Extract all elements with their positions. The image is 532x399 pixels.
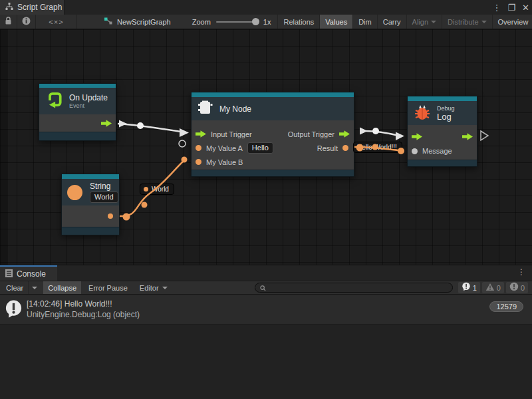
error-count-toggle[interactable]: 0 xyxy=(506,282,528,293)
wire-value-bubble-world: World xyxy=(140,184,174,195)
chevron-down-icon xyxy=(481,21,487,23)
chevron-down-icon xyxy=(431,21,436,23)
value-b-port[interactable] xyxy=(196,159,201,165)
node-footer xyxy=(62,227,119,235)
lock-button[interactable] xyxy=(0,15,17,29)
wire-start-cap xyxy=(119,120,127,128)
flow-droplet xyxy=(123,213,130,221)
console-empty-area[interactable] xyxy=(0,325,532,399)
tab-script-graph[interactable]: Script Graph xyxy=(0,0,65,15)
overview-button[interactable]: Overview xyxy=(492,15,532,29)
bug-icon xyxy=(414,103,431,124)
node-category: Debug xyxy=(437,105,455,112)
unconnected-port-marker xyxy=(179,140,186,147)
node-footer xyxy=(408,160,477,166)
console-toolbar: Clear Collapse Error Pause Editor 1 xyxy=(0,281,532,295)
node-header[interactable]: On Update Event xyxy=(39,88,116,114)
node-body xyxy=(39,114,116,132)
search-input[interactable] xyxy=(269,284,448,291)
message-port[interactable] xyxy=(412,148,418,154)
port-label: Message xyxy=(422,147,452,155)
graph-reference-button[interactable]: NewScriptGraph xyxy=(104,16,171,28)
clear-dropdown[interactable] xyxy=(28,281,41,294)
unity-script-graph-window: Script Graph ⋮ ❐ ✕ <×> NewScriptGraph xyxy=(0,0,532,399)
string-output-port[interactable] xyxy=(108,213,113,219)
align-dropdown[interactable]: Align xyxy=(406,15,442,29)
debug-input-trigger-port[interactable] xyxy=(412,133,422,140)
log-entry[interactable]: [14:02:46] Hello World!!! UnityEngine.De… xyxy=(0,295,532,325)
node-title: On Update xyxy=(69,93,108,102)
editor-dropdown[interactable]: Editor xyxy=(135,281,172,294)
graph-toolbar: <×> NewScriptGraph Zoom 1x Relations Val… xyxy=(0,15,532,29)
node-debug-log[interactable]: Debug Log Message xyxy=(407,96,477,167)
debug-output-trigger-port[interactable] xyxy=(462,133,473,140)
wire-value-bubble-hello-world: Hello World!!! xyxy=(353,142,402,153)
error-icon xyxy=(509,282,519,294)
zoom-slider-handle[interactable] xyxy=(252,18,259,25)
node-header[interactable]: Debug Log xyxy=(408,101,477,125)
clear-button[interactable]: Clear xyxy=(1,281,28,294)
wire-arrowhead xyxy=(180,128,189,137)
node-my-node[interactable]: My Node Input Trigger Output Trigger xyxy=(191,92,354,177)
graph-canvas[interactable]: On Update Event My Node xyxy=(0,29,532,265)
port-label: My Value A xyxy=(206,144,243,152)
info-count-toggle[interactable]: 1 xyxy=(458,282,480,293)
input-trigger-port[interactable] xyxy=(196,130,206,138)
zoom-slider[interactable] xyxy=(216,21,257,23)
carry-button[interactable]: Carry xyxy=(377,15,406,29)
port-label: My Value B xyxy=(206,158,243,166)
script-graph-asset-icon xyxy=(104,16,113,28)
search-icon xyxy=(260,282,266,294)
title-bar: Script Graph ⋮ ❐ ✕ xyxy=(0,0,532,15)
collapse-button[interactable]: Collapse xyxy=(43,281,81,294)
node-header[interactable]: My Node xyxy=(192,97,354,120)
flow-droplet xyxy=(142,202,148,208)
error-pause-button[interactable]: Error Pause xyxy=(84,281,132,294)
view-source-button[interactable]: <×> xyxy=(36,15,77,29)
node-header[interactable]: String World xyxy=(62,179,119,205)
port-label: Output Trigger xyxy=(288,130,334,138)
maximize-icon[interactable]: ❐ xyxy=(507,3,515,13)
output-trigger-port[interactable] xyxy=(339,130,350,138)
tab-console[interactable]: Console xyxy=(0,267,57,281)
node-body xyxy=(62,205,119,227)
node-title: String xyxy=(90,182,110,191)
info-icon xyxy=(22,16,31,28)
value-a-field[interactable]: Hello xyxy=(247,142,273,154)
warning-count-toggle[interactable]: 0 xyxy=(482,282,504,293)
close-icon[interactable]: ✕ xyxy=(522,3,529,13)
console-search[interactable] xyxy=(255,283,453,293)
node-title: My Node xyxy=(219,104,251,114)
node-accent-bar xyxy=(192,92,354,97)
value-a-port[interactable] xyxy=(196,145,201,151)
node-footer xyxy=(192,170,354,176)
result-port[interactable] xyxy=(342,145,348,151)
node-subtitle: Event xyxy=(69,102,108,109)
node-title: Log xyxy=(437,112,455,122)
node-on-update-event[interactable]: On Update Event xyxy=(39,83,116,141)
dim-button[interactable]: Dim xyxy=(352,15,377,29)
graph-hierarchy-icon xyxy=(5,1,13,13)
flow-droplet-icon xyxy=(144,187,148,192)
lock-icon xyxy=(5,16,12,28)
wire-start-cap xyxy=(360,128,368,135)
log-message: [14:02:46] Hello World!!! xyxy=(27,299,140,309)
node-accent-bar xyxy=(408,96,477,101)
trigger-output-port[interactable] xyxy=(101,120,112,127)
zoom-label: Zoom xyxy=(192,18,211,26)
node-body: Message xyxy=(408,125,477,160)
relations-button[interactable]: Relations xyxy=(277,15,319,29)
values-button[interactable]: Values xyxy=(319,15,352,29)
info-button[interactable] xyxy=(17,15,36,29)
update-loop-icon xyxy=(45,91,63,111)
collapse-count-badge: 12579 xyxy=(489,301,523,312)
console-menu-icon[interactable]: ⋮ xyxy=(517,267,525,277)
distribute-dropdown[interactable]: Distribute xyxy=(442,15,491,29)
node-string-literal[interactable]: String World xyxy=(61,174,120,235)
graph-name: NewScriptGraph xyxy=(117,18,171,26)
string-value-field[interactable]: World xyxy=(90,192,118,203)
node-body: Input Trigger Output Trigger My Value A … xyxy=(192,120,354,170)
zoom-value: 1x xyxy=(263,18,271,26)
log-message-icon xyxy=(0,300,27,319)
window-menu-icon[interactable]: ⋮ xyxy=(492,3,501,13)
